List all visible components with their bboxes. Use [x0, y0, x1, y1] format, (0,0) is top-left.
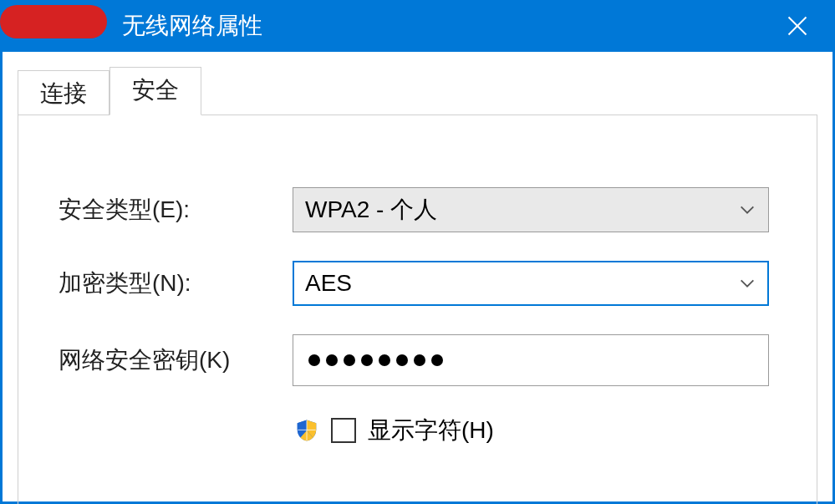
row-show-chars: 显示字符(H): [294, 415, 776, 446]
security-type-label: 安全类型(E):: [59, 194, 293, 226]
uac-shield-icon: [294, 418, 319, 443]
network-key-input[interactable]: [293, 334, 769, 386]
title-bar: 无线网络属性: [0, 0, 835, 52]
tab-strip: 连接 安全: [18, 67, 817, 115]
row-security-type: 安全类型(E): WPA2 - 个人: [59, 187, 776, 232]
close-icon: [786, 14, 809, 38]
tab-connection[interactable]: 连接: [18, 70, 109, 115]
chevron-down-icon: [738, 201, 756, 219]
window-title: 无线网络属性: [122, 10, 262, 42]
close-button[interactable]: [760, 0, 835, 52]
show-chars-label: 显示字符(H): [368, 415, 494, 446]
chevron-down-icon: [738, 274, 756, 293]
redacted-network-name: [0, 5, 107, 38]
dialog-client-area: 连接 安全 安全类型(E): WPA2 - 个人 加密类型(N): AES: [0, 52, 835, 504]
network-key-label: 网络安全密钥(K): [59, 344, 293, 376]
encryption-type-value: AES: [305, 270, 738, 297]
row-network-key: 网络安全密钥(K): [59, 334, 776, 386]
security-type-dropdown[interactable]: WPA2 - 个人: [293, 187, 769, 232]
tab-label: 安全: [132, 77, 179, 103]
encryption-type-dropdown[interactable]: AES: [293, 261, 769, 306]
tab-label: 连接: [40, 80, 87, 106]
show-chars-checkbox[interactable]: [331, 418, 356, 443]
encryption-type-label: 加密类型(N):: [59, 267, 293, 299]
security-type-value: WPA2 - 个人: [305, 194, 738, 226]
password-mask: [308, 354, 443, 366]
row-encryption-type: 加密类型(N): AES: [59, 261, 776, 306]
tab-security[interactable]: 安全: [109, 67, 201, 115]
tab-pane-security: 安全类型(E): WPA2 - 个人 加密类型(N): AES 网络安全密钥(K…: [18, 115, 817, 504]
